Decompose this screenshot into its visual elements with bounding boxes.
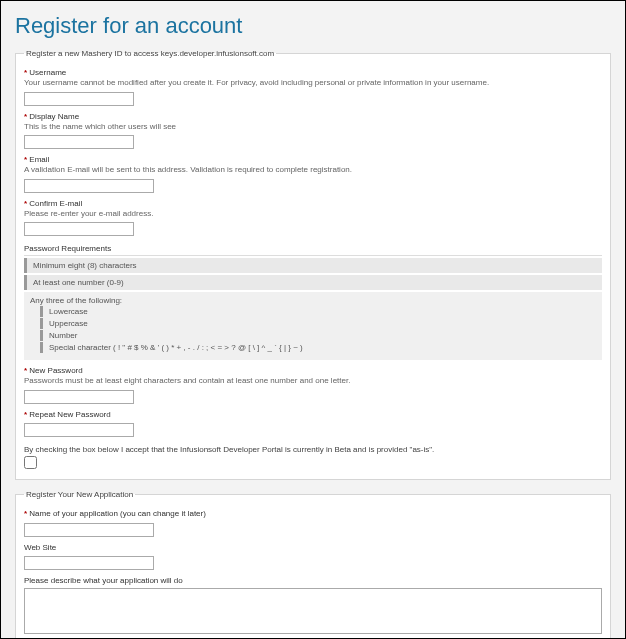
username-label: Username [24,68,602,77]
pw-rule-lowercase: Lowercase [40,306,596,317]
app-name-label: Name of your application (you can change… [24,509,602,518]
pw-rule-min-chars: Minimum eight (8) characters [24,258,602,273]
describe-label: Please describe what your application wi… [24,576,602,585]
website-label: Web Site [24,543,602,552]
repeat-password-label: Repeat New Password [24,410,602,419]
display-name-input[interactable] [24,135,134,149]
mashery-id-fieldset: Register a new Mashery ID to access keys… [15,49,611,480]
confirm-email-input[interactable] [24,222,134,236]
new-password-label: New Password [24,366,602,375]
pw-rule-special: Special character ( ! " # $ % & ' ( ) * … [40,342,596,353]
accept-checkbox[interactable] [24,456,37,469]
username-input[interactable] [24,92,134,106]
confirm-email-label: Confirm E-mail [24,199,602,208]
accept-text: By checking the box below I accept that … [24,445,602,454]
display-name-label: Display Name [24,112,602,121]
confirm-email-hint: Please re-enter your e-mail address. [24,209,602,218]
display-name-hint: This is the name which other users will … [24,122,602,131]
application-legend: Register Your New Application [24,490,135,499]
email-label: Email [24,155,602,164]
app-name-input[interactable] [24,523,154,537]
page-title: Register for an account [15,13,611,39]
pw-rule-number-sub: Number [40,330,596,341]
pw-rule-any-three: Any three of the following: [30,296,596,305]
website-input[interactable] [24,556,154,570]
email-hint: A validation E-mail will be sent to this… [24,165,602,174]
application-fieldset: Register Your New Application Name of yo… [15,490,611,639]
password-requirements-title: Password Requirements [24,244,602,256]
new-password-input[interactable] [24,390,134,404]
email-input[interactable] [24,179,154,193]
pw-rule-number: At least one number (0-9) [24,275,602,290]
username-hint: Your username cannot be modified after y… [24,78,602,87]
pw-rule-uppercase: Uppercase [40,318,596,329]
describe-textarea[interactable] [24,588,602,634]
mashery-id-legend: Register a new Mashery ID to access keys… [24,49,276,58]
repeat-password-input[interactable] [24,423,134,437]
new-password-hint: Passwords must be at least eight charact… [24,376,602,385]
